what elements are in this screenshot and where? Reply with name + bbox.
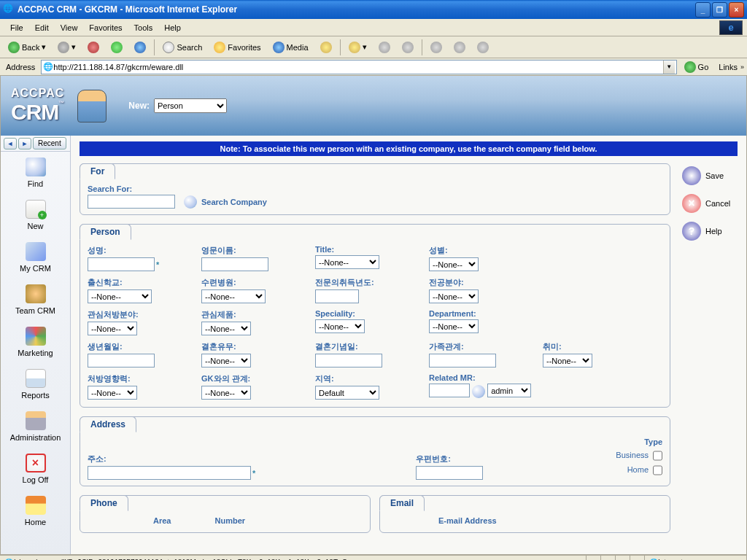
media-button[interactable]: Media xyxy=(268,39,314,56)
favorites-button[interactable]: Favorites xyxy=(209,39,266,56)
anniv-input[interactable] xyxy=(315,354,382,368)
sidebar-item-logoff[interactable]: Log Off xyxy=(1,448,70,490)
certyear-input[interactable] xyxy=(315,289,359,303)
search-for-input[interactable] xyxy=(88,195,175,209)
tool-button-2[interactable] xyxy=(449,39,471,56)
close-button[interactable]: × xyxy=(729,2,744,18)
nav-forward-button[interactable]: ► xyxy=(18,138,31,149)
address-label: Address xyxy=(3,63,38,71)
tool-button-3[interactable] xyxy=(472,39,494,56)
hobby-select[interactable]: --None-- xyxy=(543,354,592,368)
birth-input[interactable] xyxy=(88,354,155,368)
mr-input[interactable] xyxy=(429,384,470,397)
star-icon xyxy=(214,42,225,53)
generic-icon xyxy=(430,42,442,53)
recent-button[interactable]: Recent xyxy=(33,137,66,149)
forward-button[interactable]: ▾ xyxy=(53,39,81,56)
address-dropdown[interactable]: ▼ xyxy=(663,61,675,74)
zip-input[interactable] xyxy=(416,466,483,480)
mr-select[interactable]: admin xyxy=(487,384,531,397)
new-type-select[interactable]: Person xyxy=(154,98,227,113)
search-for-label: Search For: xyxy=(88,184,175,193)
region-select[interactable]: Default xyxy=(315,386,379,400)
menu-view[interactable]: View xyxy=(55,21,84,34)
main-panel: Note: To associate this new person with … xyxy=(71,136,746,554)
sidebar-item-admin[interactable]: Administration xyxy=(1,405,70,448)
sidebar-item-reports[interactable]: Reports xyxy=(1,363,70,405)
history-button[interactable] xyxy=(315,39,337,56)
note-bar: Note: To associate this new person with … xyxy=(80,141,738,156)
tool-button-1[interactable] xyxy=(425,39,447,56)
ie-icon: 🌐 xyxy=(3,4,15,15)
address-bar: Address 🌐 ▼ Go Links » xyxy=(0,58,747,76)
gender-select[interactable]: --None-- xyxy=(429,257,479,271)
title-select[interactable]: --None-- xyxy=(315,255,379,269)
maximize-button[interactable]: ❐ xyxy=(712,2,727,18)
mr-search-icon[interactable] xyxy=(472,385,485,398)
print-icon xyxy=(379,42,390,53)
mail-button[interactable]: ▾ xyxy=(344,39,372,56)
person-panel: Person 성명:* 영문이름: Title:--None-- 성별:--No… xyxy=(80,224,670,408)
address-input-field[interactable] xyxy=(88,466,251,480)
family-input[interactable] xyxy=(429,354,496,368)
sidebar-item-home[interactable]: Home xyxy=(1,490,70,532)
sidebar-item-new[interactable]: New xyxy=(1,194,70,236)
interest-prod-select[interactable]: --None-- xyxy=(201,322,251,335)
school-select[interactable]: --None-- xyxy=(88,289,152,303)
major-select[interactable]: --None-- xyxy=(429,289,479,303)
team-icon xyxy=(26,284,46,303)
search-company-icon[interactable] xyxy=(184,195,197,209)
rx-infl-select[interactable]: --None-- xyxy=(88,386,137,400)
edit-button[interactable] xyxy=(397,39,419,56)
browser-content: ACCPAC CRM™ New: Person ◄ ► Recent Find … xyxy=(0,76,747,555)
married-select[interactable]: --None-- xyxy=(201,354,251,368)
links-button[interactable]: Links xyxy=(719,63,738,71)
help-button[interactable]: Help xyxy=(682,222,745,241)
menubar: File Edit View Favorites Tools Help e xyxy=(0,19,747,36)
person-tab: Person xyxy=(80,224,131,240)
menu-file[interactable]: File xyxy=(4,21,29,34)
menu-help[interactable]: Help xyxy=(158,21,187,34)
minimize-button[interactable]: _ xyxy=(695,2,711,18)
menu-favorites[interactable]: Favorites xyxy=(83,21,128,34)
save-button[interactable]: Save xyxy=(682,166,745,185)
media-icon xyxy=(273,42,285,53)
stop-button[interactable] xyxy=(82,39,104,56)
refresh-button[interactable] xyxy=(106,39,128,56)
window-title: ACCPAC CRM - GKCRM - Microsoft Internet … xyxy=(18,4,695,15)
for-panel: For Search For: Search Company xyxy=(80,163,670,215)
sidebar-item-find[interactable]: Find xyxy=(1,152,70,194)
mycrm-icon xyxy=(26,242,46,261)
back-button[interactable]: Back ▾ xyxy=(3,39,51,56)
search-icon xyxy=(163,42,174,53)
hospital-select[interactable]: --None-- xyxy=(201,289,266,303)
person-icon xyxy=(77,90,107,122)
menu-edit[interactable]: Edit xyxy=(29,21,55,34)
interest-rx-select[interactable]: --None-- xyxy=(88,322,137,335)
business-checkbox[interactable] xyxy=(653,451,662,461)
go-button[interactable]: Go xyxy=(680,60,713,74)
gk-rel-select[interactable]: --None-- xyxy=(201,386,251,400)
stop-icon xyxy=(88,42,99,53)
titlebar: 🌐 ACCPAC CRM - GKCRM - Microsoft Interne… xyxy=(0,0,747,19)
cancel-button[interactable]: Cancel xyxy=(682,194,745,213)
sidebar-item-mycrm[interactable]: My CRM xyxy=(1,236,70,279)
phone-panel: Phone Area Number xyxy=(80,495,371,533)
home-button[interactable] xyxy=(129,39,151,56)
sidebar-item-marketing[interactable]: Marketing xyxy=(1,321,70,363)
department-select[interactable]: --None-- xyxy=(429,319,479,333)
home-checkbox[interactable] xyxy=(653,465,662,475)
speciality-select[interactable]: --None-- xyxy=(315,319,365,333)
address-input[interactable] xyxy=(53,63,662,71)
engname-input[interactable] xyxy=(201,257,268,271)
nav-back-button[interactable]: ◄ xyxy=(4,138,17,149)
for-tab: For xyxy=(80,163,115,179)
search-company-link[interactable]: Search Company xyxy=(201,198,267,206)
generic-icon xyxy=(454,42,465,53)
menu-tools[interactable]: Tools xyxy=(128,21,159,34)
print-button[interactable] xyxy=(374,39,395,56)
search-button[interactable]: Search xyxy=(158,39,207,56)
sidebar-item-teamcrm[interactable]: Team CRM xyxy=(1,279,70,321)
reports-icon xyxy=(26,369,46,388)
name-input[interactable] xyxy=(88,257,155,271)
